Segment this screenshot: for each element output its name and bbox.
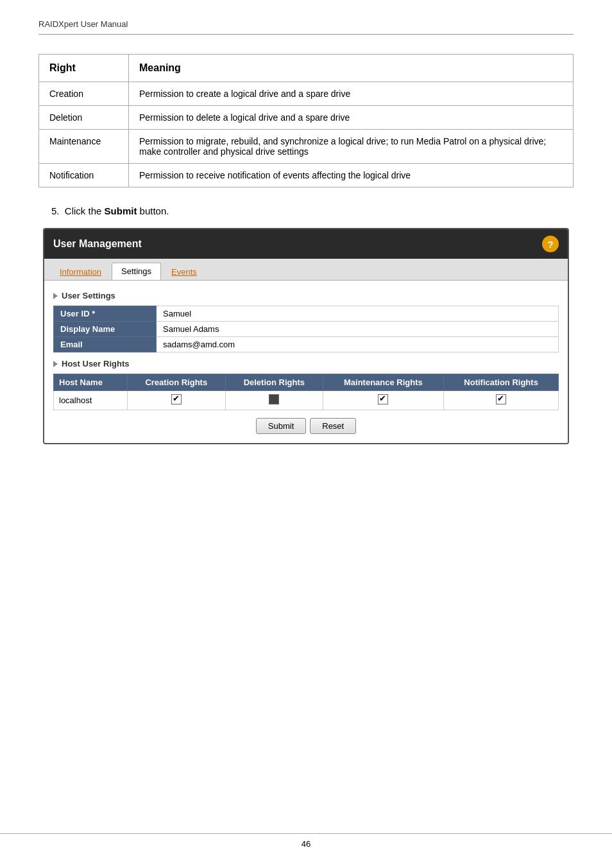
- maintenance-rights-cell[interactable]: [323, 391, 444, 410]
- page-footer: 46: [0, 833, 612, 849]
- user-settings-table: User ID *SamuelDisplay NameSamuel AdamsE…: [53, 306, 559, 352]
- manual-title: RAIDXpert User Manual: [38, 19, 128, 29]
- rights-row-meaning: Permission to migrate, rebuild, and sync…: [129, 130, 574, 164]
- tabs-bar: Information Settings Events: [44, 259, 568, 281]
- page-header: RAIDXpert User Manual: [38, 19, 574, 35]
- host-rights-section-header: Host User Rights: [53, 359, 559, 369]
- host-rights-col-header: Creation Rights: [127, 374, 226, 391]
- tab-information[interactable]: Information: [51, 264, 110, 280]
- host-rights-col-header: Notification Rights: [444, 374, 559, 391]
- reset-button[interactable]: Reset: [310, 418, 356, 434]
- submit-button[interactable]: Submit: [256, 418, 306, 434]
- panel-body: User Settings User ID *SamuelDisplay Nam…: [44, 281, 568, 443]
- host-rights-table: Host NameCreation RightsDeletion RightsM…: [53, 374, 559, 410]
- rights-row-meaning: Permission to receive notification of ev…: [129, 164, 574, 187]
- notification-rights-cell[interactable]: [444, 391, 559, 410]
- creation-checkbox[interactable]: [171, 394, 182, 404]
- step5-text: 5. Click the Submit button.: [38, 205, 574, 216]
- user-settings-section-header: User Settings: [53, 291, 559, 300]
- rights-table: Right Meaning CreationPermission to crea…: [38, 54, 574, 187]
- deletion-checkbox[interactable]: [269, 394, 279, 404]
- rights-row-right: Deletion: [39, 106, 129, 130]
- help-icon[interactable]: ?: [542, 236, 559, 252]
- notification-checkbox[interactable]: [496, 394, 506, 404]
- button-row: Submit Reset: [53, 418, 559, 434]
- maintenance-checkbox[interactable]: [378, 394, 388, 404]
- col-right-header: Right: [39, 55, 129, 82]
- user-management-panel: User Management ? Information Settings E…: [43, 228, 569, 444]
- host-rights-col-header: Host Name: [54, 374, 128, 391]
- rights-row-right: Creation: [39, 82, 129, 106]
- rights-row-right: Notification: [39, 164, 129, 187]
- rights-row-right: Maintenance: [39, 130, 129, 164]
- host-rights-col-header: Maintenance Rights: [323, 374, 444, 391]
- col-meaning-header: Meaning: [129, 55, 574, 82]
- panel-header: User Management ?: [44, 229, 568, 259]
- user-field-value: sadams@amd.com: [157, 337, 559, 352]
- tab-events[interactable]: Events: [162, 264, 206, 280]
- page-number: 46: [302, 839, 310, 849]
- deletion-rights-cell[interactable]: [226, 391, 323, 410]
- user-field-label: Display Name: [54, 322, 157, 337]
- host-rights-col-header: Deletion Rights: [226, 374, 323, 391]
- user-field-value: Samuel: [157, 306, 559, 322]
- user-field-value: Samuel Adams: [157, 322, 559, 337]
- host-name-cell: localhost: [54, 391, 128, 410]
- tab-settings[interactable]: Settings: [112, 263, 161, 280]
- rights-row-meaning: Permission to create a logical drive and…: [129, 82, 574, 106]
- user-field-label: User ID *: [54, 306, 157, 322]
- user-field-label: Email: [54, 337, 157, 352]
- creation-rights-cell[interactable]: [127, 391, 226, 410]
- panel-title: User Management: [53, 238, 142, 250]
- rights-row-meaning: Permission to delete a logical drive and…: [129, 106, 574, 130]
